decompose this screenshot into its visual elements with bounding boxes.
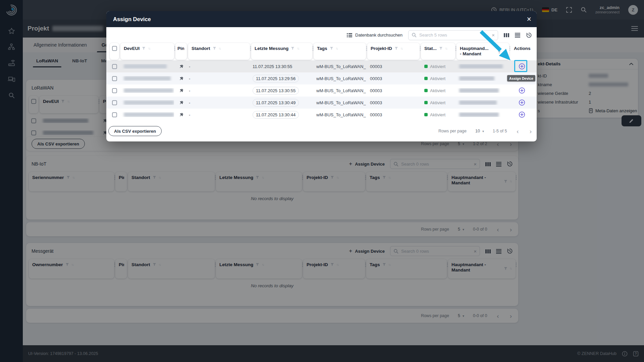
columns-icon[interactable]	[504, 32, 509, 38]
device-row[interactable]: - 11.07.2025 13:29:56 wM-BUS_To_LoRaWAN_…	[106, 72, 537, 84]
column-header-deveui[interactable]: DevEUI↑↓	[120, 43, 174, 60]
status-green-dot	[424, 89, 428, 92]
column-header-standort[interactable]: Standort↑↓	[188, 43, 250, 60]
sort-icon[interactable]: ↑↓	[445, 47, 447, 50]
circle-plus-icon	[519, 111, 525, 118]
device-row[interactable]: - 11.07.2025 13:30:55 wM-BUS_To_LoRaWAN_…	[106, 60, 537, 72]
assign-device-row-button[interactable]	[518, 86, 526, 95]
assign-device-tooltip: Assign Device	[507, 75, 535, 81]
modal-table-header: DevEUI↑↓ Pin Standort↑↓ Letzte Messung↑↓…	[106, 43, 537, 60]
page-size-select[interactable]: 10▾	[475, 129, 484, 133]
assign-device-row-button[interactable]	[518, 111, 526, 119]
row-checkbox[interactable]	[112, 88, 117, 93]
modal-search-input[interactable]	[419, 33, 489, 38]
filter-icon[interactable]	[330, 47, 333, 50]
caret-down-icon: ▾	[482, 129, 484, 133]
filter-icon[interactable]	[497, 51, 501, 54]
column-header-hauptmandant[interactable]: Hauptmand... - Mandant ↑↓	[457, 43, 509, 60]
redacted-hauptmandant	[459, 76, 494, 81]
sort-icon[interactable]: ↑↓	[503, 50, 505, 55]
pin-icon[interactable]	[179, 88, 184, 93]
device-row[interactable]: - 11.07.2025 13:30:55 wM-BUS_To_LoRaWAN_…	[106, 84, 537, 97]
assign-device-row-button[interactable]	[518, 99, 526, 107]
pin-icon[interactable]	[179, 64, 184, 69]
modal-search: ×	[408, 30, 498, 40]
assign-device-modal: Assign Device × Datenbank durchsuchen × …	[106, 11, 537, 141]
redacted-hauptmandant	[459, 100, 497, 105]
sort-icon[interactable]: ↑↓	[219, 47, 221, 50]
clear-search-icon[interactable]: ×	[492, 33, 495, 38]
pin-icon[interactable]	[179, 112, 184, 117]
select-all-cell	[110, 43, 119, 60]
filter-icon[interactable]	[291, 47, 294, 50]
device-row[interactable]: - 11.07.2025 13:30:44 wM-BUS_To_LoRaWAN_…	[106, 109, 537, 121]
status-green-dot	[424, 113, 428, 116]
circle-plus-icon	[519, 87, 525, 94]
filter-icon[interactable]	[439, 47, 443, 50]
redacted-hauptmandant	[459, 64, 503, 69]
assign-device-row-button[interactable]	[518, 62, 526, 70]
circle-plus-icon	[519, 99, 525, 106]
redacted-deveui	[124, 88, 173, 93]
modal-pagination: Rows per page 10▾ 1-5 of 5 ‹ ›	[438, 128, 533, 134]
row-checkbox[interactable]	[112, 64, 117, 69]
density-icon[interactable]	[515, 32, 520, 38]
column-header-status[interactable]: Stat...↑↓	[421, 43, 455, 60]
sort-icon[interactable]: ↑↓	[148, 47, 150, 50]
database-search-toggle[interactable]: Datenbank durchsuchen	[347, 33, 402, 38]
history-icon[interactable]	[526, 32, 532, 38]
redacted-hauptmandant	[459, 112, 499, 117]
column-header-letzte-messung[interactable]: Letzte Messung↑↓	[251, 43, 312, 60]
redacted-deveui	[124, 64, 167, 69]
sort-icon[interactable]: ↑↓	[400, 47, 402, 50]
column-header-pin[interactable]: Pin	[175, 43, 187, 60]
close-icon[interactable]: ×	[527, 15, 531, 23]
modal-title: Assign Device	[113, 16, 151, 22]
pin-icon[interactable]	[179, 100, 184, 105]
filter-icon[interactable]	[213, 47, 216, 50]
modal-header: Assign Device ×	[106, 11, 537, 27]
device-row[interactable]: - 11.07.2025 13:30:49 wM-BUS_To_LoRaWAN_…	[106, 97, 537, 109]
row-checkbox[interactable]	[112, 100, 117, 105]
page-range: 1-5 of 5	[493, 129, 507, 133]
filter-icon[interactable]	[394, 47, 398, 50]
status-green-dot	[424, 101, 428, 104]
modal-toolbar: Datenbank durchsuchen ×	[106, 27, 537, 43]
rows-per-page-label: Rows per page	[438, 129, 467, 133]
select-all-checkbox[interactable]	[112, 46, 117, 51]
search-icon	[412, 33, 417, 38]
database-rows-icon	[347, 33, 352, 37]
modal-csv-export-button[interactable]: Als CSV exportieren	[108, 126, 162, 136]
sort-icon[interactable]: ↑↓	[297, 47, 299, 50]
redacted-deveui	[124, 100, 174, 105]
column-header-actions: Actions	[511, 43, 533, 60]
redacted-hauptmandant	[459, 88, 499, 93]
prev-page-icon[interactable]: ‹	[516, 128, 520, 134]
next-page-icon[interactable]: ›	[529, 128, 533, 134]
circle-plus-icon	[519, 63, 525, 70]
filter-icon[interactable]	[142, 47, 146, 50]
column-header-tags[interactable]: Tags↑↓	[314, 43, 366, 60]
row-checkbox[interactable]	[112, 76, 117, 81]
redacted-deveui	[124, 76, 171, 81]
row-checkbox[interactable]	[112, 112, 117, 117]
redacted-deveui	[124, 112, 174, 117]
status-green-dot	[424, 65, 428, 68]
status-green-dot	[424, 77, 428, 80]
app-root: BERLIN (UTC+1) DE zc_admin zennerconnect…	[0, 0, 644, 362]
modal-footer: Als CSV exportieren Rows per page 10▾ 1-…	[106, 121, 537, 141]
pin-icon[interactable]	[179, 76, 184, 81]
sort-icon[interactable]: ↑↓	[336, 47, 338, 50]
column-header-projekt-id[interactable]: Projekt-ID↑↓	[367, 43, 420, 60]
